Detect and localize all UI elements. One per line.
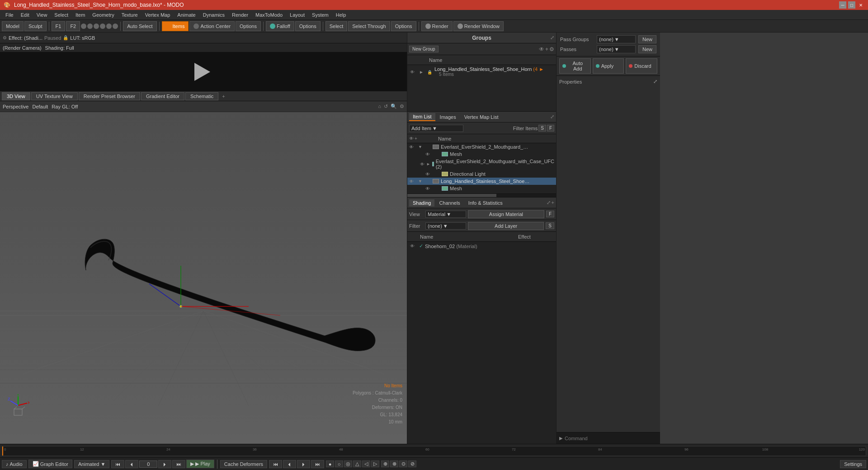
command-input[interactable] [565, 436, 657, 441]
assign-material-button[interactable]: Assign Material [468, 210, 544, 218]
item-everlast-group[interactable]: 👁 ▼ Everlast_EverShield_2_Mouthguard_wit… [407, 143, 556, 150]
audio-button[interactable]: ♪ Audio [2, 460, 27, 468]
groups-icon-1[interactable]: 👁 [539, 46, 544, 52]
tab-images[interactable]: Images [436, 113, 460, 121]
view-material-dropdown[interactable]: Material ▼ [425, 211, 466, 218]
action-center-button[interactable]: Action Center [189, 21, 235, 31]
mode-btn-7[interactable]: ⊕ [381, 461, 389, 467]
mode-btn-4[interactable]: △ [353, 461, 361, 467]
mode-btn-5[interactable]: ◁ [362, 461, 370, 467]
play-button-bottom[interactable]: ▶ ▶ Play [186, 460, 214, 468]
menu-dynamics[interactable]: Dynamics [199, 11, 228, 19]
menu-animate[interactable]: Animate [174, 11, 199, 19]
vp-search-icon[interactable]: 🔍 [391, 103, 397, 109]
items-button[interactable]: Items [162, 21, 189, 31]
prev-frame-button[interactable]: ⏴ [125, 460, 138, 468]
menu-maxtomodo[interactable]: MaxToModo [252, 11, 286, 19]
auto-select-button[interactable]: Auto Select [123, 21, 156, 31]
item-everlast-mesh[interactable]: 👁 ► Everlast_EverShield_2_Mouthguard_wit… [407, 158, 556, 170]
animated-button[interactable]: Animated ▼ [74, 460, 109, 468]
model-button[interactable]: Model [2, 21, 24, 31]
mode-btn-3[interactable]: ◎ [344, 461, 352, 467]
add-item-dropdown[interactable]: Add Item ▼ [409, 125, 463, 132]
filter-s-btn[interactable]: S [538, 125, 546, 132]
group-item-row[interactable]: 👁 ► 🔒 Long_Handled_Stainless_Steel_Shoe_… [407, 65, 556, 78]
properties-expand[interactable]: ⤢ [653, 79, 657, 85]
groups-icon-2[interactable]: + [545, 46, 548, 52]
menu-file[interactable]: File [2, 11, 17, 19]
filter-f-btn[interactable]: F [547, 125, 554, 132]
render-window-button[interactable]: Render Window [453, 21, 504, 31]
passes-dropdown[interactable]: (none) ▼ [597, 45, 636, 53]
tab-channels[interactable]: Channels [435, 199, 463, 207]
material-row[interactable]: 👁 ✓ Shoehorn_02 (Material) [407, 242, 556, 250]
menu-texture[interactable]: Texture [118, 11, 142, 19]
mode-btn-8[interactable]: ⊗ [390, 461, 398, 467]
tab-info-statistics[interactable]: Info & Statistics [465, 199, 506, 207]
shading-expand[interactable]: ⤢ [547, 200, 551, 206]
add-layer-button[interactable]: Add Layer [468, 222, 544, 230]
maximize-button[interactable]: □ [848, 1, 855, 9]
mode-btn-9[interactable]: ⊙ [399, 461, 407, 467]
viewport-canvas[interactable]: X Y Z No Items Polygons : Catmull-Clark [0, 112, 407, 444]
shading-s-btn[interactable]: S [546, 222, 554, 229]
f1-button[interactable]: F1 [52, 21, 66, 31]
item-list-scrollbar[interactable] [407, 193, 556, 197]
graph-editor-button[interactable]: 📈 Graph Editor [28, 460, 72, 468]
item-mesh-1[interactable]: 👁 Mesh [407, 150, 556, 158]
minimize-button[interactable]: ─ [839, 1, 846, 9]
menu-geometry[interactable]: Geometry [89, 11, 118, 19]
vp-home-icon[interactable]: ⌂ [378, 103, 381, 109]
add-tab-button[interactable]: + [219, 93, 227, 100]
menu-render[interactable]: Render [228, 11, 252, 19]
passes-new-button[interactable]: New [638, 45, 656, 53]
tab-vertex-map[interactable]: Vertex Map List [461, 113, 502, 121]
menu-view[interactable]: View [33, 11, 51, 19]
select-through-button[interactable]: Select Through [348, 21, 390, 31]
select-button[interactable]: Select [326, 21, 348, 31]
mode-btn-2[interactable]: ○ [335, 461, 343, 467]
shading-f-btn[interactable]: F [546, 211, 554, 217]
render-button[interactable]: Render [421, 21, 453, 31]
groups-expand-icon[interactable]: ⤢ [550, 35, 554, 41]
tab-uv-texture[interactable]: UV Texture View [31, 92, 78, 100]
sculpt-button[interactable]: Sculpt [24, 21, 47, 31]
pb-btn-2[interactable]: ⏴ [283, 460, 296, 468]
filter-none-dropdown[interactable]: (none) ▼ [425, 222, 466, 230]
settings-button[interactable]: Settings [840, 460, 866, 468]
menu-vertex-map[interactable]: Vertex Map [142, 11, 174, 19]
vp-rotate-icon[interactable]: ↺ [384, 103, 388, 109]
apply-button[interactable]: Apply [593, 58, 624, 74]
next-frame-button[interactable]: ⏵ [158, 460, 171, 468]
pass-groups-new-button[interactable]: New [638, 35, 656, 43]
group-expand-arrow[interactable]: ► [419, 69, 425, 75]
mode-btn-1[interactable]: ● [326, 461, 334, 467]
falloff-button[interactable]: Falloff [266, 21, 294, 31]
vp-settings-icon[interactable]: ⚙ [400, 103, 404, 109]
f2-button[interactable]: F2 [66, 21, 80, 31]
tab-shading[interactable]: Shading [409, 199, 434, 207]
pb-btn-3[interactable]: ⏵ [297, 460, 310, 468]
play-button[interactable] [194, 63, 212, 81]
item-dir-light-1[interactable]: 👁 Directional Light [407, 170, 556, 178]
menu-edit[interactable]: Edit [17, 11, 33, 19]
mode-btn-6[interactable]: ▷ [371, 461, 379, 467]
frame-input[interactable] [139, 461, 157, 468]
menu-item[interactable]: Item [72, 11, 89, 19]
tab-render-preset[interactable]: Render Preset Browser [79, 92, 140, 100]
pb-btn-4[interactable]: ⏭ [311, 460, 324, 468]
tab-item-list[interactable]: Item List [409, 113, 435, 121]
pass-groups-dropdown[interactable]: (none) ▼ [597, 35, 636, 43]
menu-layout[interactable]: Layout [286, 11, 308, 19]
tab-schematic[interactable]: Schematic [185, 92, 218, 100]
item-list-expand[interactable]: ⤢ [550, 114, 554, 120]
pb-btn-1[interactable]: ⏮ [269, 460, 282, 468]
timeline-ruler[interactable]: 0 12 24 36 48 60 72 84 96 108 120 [2, 446, 866, 456]
menu-help[interactable]: Help [332, 11, 350, 19]
tab-3d-view[interactable]: 3D View [2, 92, 30, 100]
discard-button[interactable]: Discard [626, 58, 657, 74]
close-button[interactable]: ✕ [857, 1, 864, 9]
options-button-3[interactable]: Options [391, 21, 416, 31]
skip-start-button[interactable]: ⏮ [111, 460, 124, 468]
item-shoehorn-group[interactable]: 👁 ▼ Long_Handled_Stainless_Steel_Shoe_Ho… [407, 178, 556, 185]
